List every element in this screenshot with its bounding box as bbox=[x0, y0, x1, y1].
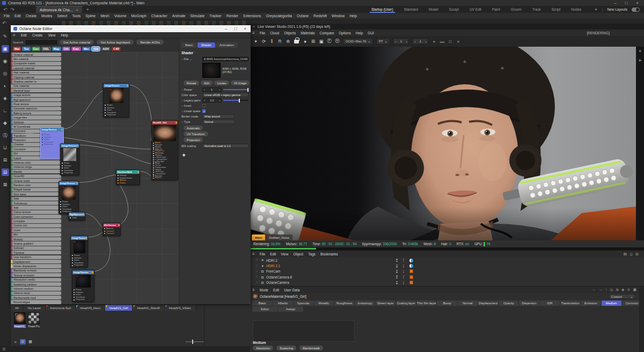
layout-tab[interactable]: Standard bbox=[399, 6, 423, 12]
transform-action-button[interactable]: Automatic bbox=[184, 126, 203, 130]
restart-render-icon[interactable]: ⟳ bbox=[260, 38, 267, 45]
file-action-button[interactable]: Fit Image bbox=[231, 80, 250, 85]
visibility-dots[interactable] bbox=[396, 275, 398, 278]
maximize-button[interactable]: □ bbox=[625, 1, 627, 5]
node-port[interactable]: Projection bbox=[72, 264, 87, 267]
object-name[interactable]: OctaneCamera bbox=[266, 281, 289, 284]
attribute-tab[interactable]: Editor bbox=[252, 306, 277, 312]
close-tab-icon[interactable]: × bbox=[76, 8, 78, 12]
workplane-snap-icon[interactable]: ⊠ bbox=[2, 181, 9, 188]
grid-snap-icon[interactable]: ⊞ bbox=[2, 156, 9, 164]
node-port[interactable]: Projection bbox=[74, 298, 94, 301]
material-item[interactable]: Head Pu bbox=[28, 312, 40, 328]
maximize-button[interactable]: □ bbox=[234, 26, 237, 31]
track-icon[interactable]: ⊙ bbox=[627, 288, 631, 292]
object-row[interactable]: └ ☀ HDRI 2 bbox=[250, 258, 644, 263]
image-texture-node[interactable]: ImageTexture PowerGammaInvertTransformPr… bbox=[58, 181, 79, 214]
back-icon[interactable]: ← bbox=[592, 288, 596, 292]
material-layer-tab[interactable]: All bbox=[11, 305, 24, 311]
burger-menu-icon[interactable]: ≡ bbox=[252, 31, 255, 35]
menu-item[interactable]: Bookmarks bbox=[320, 252, 338, 256]
menu-item[interactable]: User Data bbox=[284, 288, 299, 292]
menu-item[interactable]: Edit bbox=[270, 252, 276, 256]
material-layer-tab[interactable]: HeadV2_Sheriff bbox=[133, 305, 164, 311]
medium-type-button[interactable]: Randomwalk bbox=[299, 346, 323, 350]
material-layer-tab[interactable]: HeadV1_Girl bbox=[105, 305, 133, 311]
render-dots[interactable] bbox=[403, 275, 405, 278]
menu-item[interactable]: GUI bbox=[368, 31, 374, 35]
menu-item[interactable]: Greyscalegorilla bbox=[266, 14, 292, 18]
auto-switch-icon[interactable]: Ⓐ bbox=[2, 131, 9, 139]
large-view-icon[interactable]: ▦ bbox=[27, 339, 33, 344]
layout-tab[interactable]: UV Edit bbox=[465, 6, 486, 12]
burger-menu-icon[interactable]: ≡ bbox=[13, 33, 16, 38]
transform-action-button[interactable]: UV Transform bbox=[184, 131, 208, 136]
attribute-tab[interactable]: Transmission bbox=[560, 300, 580, 306]
color-space-dropdown[interactable]: Linear sRGB + legacy gamma bbox=[202, 93, 248, 97]
object-tag-icon[interactable] bbox=[409, 259, 413, 262]
material-layer-tab[interactable]: HeadV0_Hero bbox=[76, 305, 105, 311]
material-item[interactable]: HeadV1_ bbox=[14, 312, 26, 328]
menu-item[interactable]: Select bbox=[57, 14, 67, 18]
object-tag-icon[interactable] bbox=[409, 275, 413, 279]
material-layer-tab[interactable]: No Layer bbox=[24, 305, 46, 311]
output-port-dot[interactable] bbox=[76, 182, 78, 184]
category-chip[interactable]: Oth bbox=[62, 47, 70, 51]
node-port[interactable]: Radius bbox=[118, 182, 140, 185]
object-name[interactable]: HDRI 2 bbox=[266, 259, 277, 262]
category-chip[interactable]: Ems bbox=[71, 47, 81, 51]
object-tag-icon[interactable] bbox=[409, 269, 413, 273]
output-port-dot[interactable] bbox=[83, 214, 84, 215]
object-row[interactable]: └ ☀ HDRI 2.1 bbox=[250, 263, 644, 268]
layout-tab[interactable]: Track bbox=[528, 6, 546, 12]
output-port-dot[interactable] bbox=[118, 224, 120, 226]
material-ball-icon[interactable]: ● bbox=[455, 38, 462, 45]
parent-icon[interactable]: ↑ bbox=[605, 288, 608, 292]
layout-tab[interactable]: Startup (User) bbox=[367, 6, 398, 12]
object-tag-icon[interactable] bbox=[409, 281, 413, 284]
menu-item[interactable]: Options bbox=[339, 31, 350, 35]
inspector-tab[interactable]: Animation bbox=[216, 42, 238, 48]
material-layer-tab[interactable]: HeadV3_Villain bbox=[165, 305, 196, 311]
menu-item[interactable]: Edit bbox=[14, 14, 21, 18]
attribute-tab[interactable]: Displacement bbox=[478, 300, 498, 306]
minimize-button[interactable]: – bbox=[225, 26, 227, 31]
gamma-stepper[interactable]: ‹2.2› bbox=[202, 98, 222, 102]
menu-item[interactable]: Objects bbox=[284, 31, 296, 35]
menu-item[interactable]: Edit bbox=[273, 288, 279, 292]
object-name[interactable]: OctaneCamera.8 bbox=[266, 275, 292, 279]
category-chip[interactable]: Util bbox=[92, 47, 100, 51]
film-region-icon[interactable]: Ⓕ bbox=[326, 38, 333, 45]
image-texture-node[interactable]: ImageTexture PowerGammaInvertTransformPr… bbox=[70, 236, 88, 268]
category-chip[interactable]: AOV bbox=[101, 47, 111, 51]
search-input[interactable] bbox=[26, 40, 57, 45]
output-port-dot[interactable] bbox=[77, 145, 78, 146]
category-chip[interactable]: Gen bbox=[32, 47, 41, 51]
menu-item[interactable]: Simulate bbox=[191, 14, 204, 18]
menu-item[interactable]: Help bbox=[356, 31, 363, 35]
attribute-tab[interactable]: IOR bbox=[540, 300, 560, 306]
menu-item[interactable]: Compare bbox=[320, 31, 334, 35]
menu-item[interactable]: Materials bbox=[301, 31, 314, 35]
attribute-tab[interactable]: Emission bbox=[581, 300, 601, 306]
gamma-slider[interactable] bbox=[223, 98, 248, 102]
file-action-button[interactable]: Edit bbox=[201, 80, 212, 85]
output-port-dot[interactable] bbox=[127, 85, 128, 86]
visibility-dots[interactable] bbox=[396, 259, 398, 262]
new-document-tab-button[interactable]: + bbox=[86, 7, 89, 12]
attribute-tab[interactable]: Opacity bbox=[499, 300, 518, 306]
menu-item[interactable]: Create bbox=[26, 14, 36, 18]
points-mode-icon[interactable]: ◈ bbox=[2, 94, 9, 102]
output-port-dot[interactable] bbox=[175, 122, 177, 123]
file-action-button[interactable]: Reload bbox=[184, 80, 199, 85]
preset-dropdown[interactable]: Custom ⌄ bbox=[609, 294, 635, 299]
octane-logo-icon[interactable]: ✦ bbox=[252, 38, 259, 45]
menu-item[interactable]: Octane bbox=[297, 14, 309, 18]
undo-icon[interactable]: ↶ bbox=[2, 20, 6, 26]
forward-icon[interactable]: → bbox=[599, 288, 603, 292]
attribute-tab[interactable]: Assign bbox=[278, 306, 303, 312]
category-chip[interactable]: Tex bbox=[22, 47, 30, 51]
menu-item[interactable]: Cloud bbox=[270, 31, 279, 35]
undo-icon[interactable]: ↶ bbox=[3, 7, 8, 12]
medium-type-button[interactable]: Scattering bbox=[276, 346, 296, 350]
